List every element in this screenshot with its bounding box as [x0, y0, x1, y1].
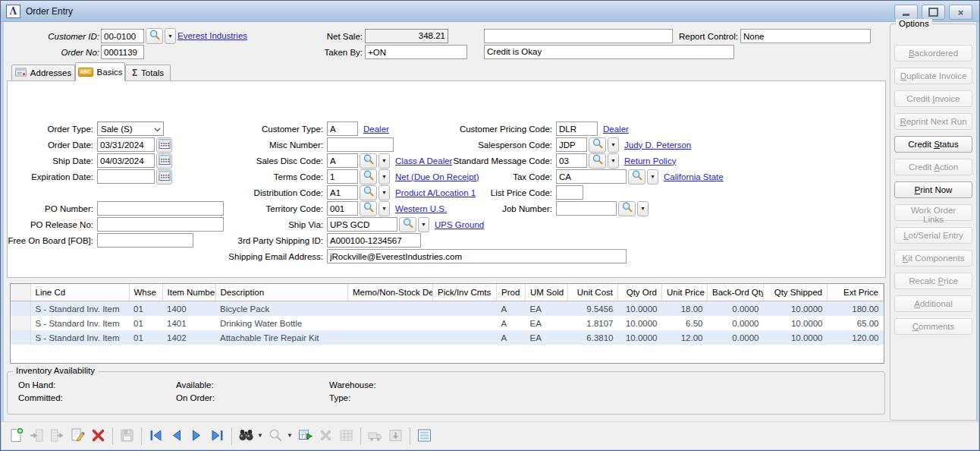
- grid-row[interactable]: S - Standard Inv. Item011402Attachable T…: [11, 330, 884, 345]
- territory-code-input[interactable]: [327, 201, 358, 216]
- job-number-lookup-button[interactable]: [618, 201, 636, 216]
- order-date-calendar-button[interactable]: [156, 137, 172, 153]
- sales-disc-code-lookup-button[interactable]: [360, 153, 377, 169]
- net-sale-label: Net Sale:: [302, 31, 363, 43]
- switch-view-button[interactable]: [296, 427, 315, 446]
- customer-pricing-code-link[interactable]: Dealer: [603, 125, 629, 134]
- lookup-icon: [363, 201, 375, 216]
- 3rd-party-shipping-id-input[interactable]: [327, 233, 421, 248]
- order-type-select[interactable]: Sale (S): [97, 121, 164, 136]
- grid-cell: 1402: [162, 330, 215, 345]
- standard-message-code-lookup-button[interactable]: [589, 153, 606, 169]
- po-number-input[interactable]: [97, 201, 224, 216]
- report-control-label: Report Control:: [662, 31, 738, 43]
- customer-type-input[interactable]: [327, 121, 358, 136]
- lookup-icon: [402, 217, 414, 232]
- title-bar[interactable]: Λ Order Entry ×: [1, 1, 979, 22]
- customer-type-link[interactable]: Dealer: [363, 125, 389, 134]
- customer-name-link[interactable]: Everest Industries: [177, 31, 247, 40]
- previous-record-icon: [168, 427, 185, 446]
- edit-record-button[interactable]: [68, 427, 87, 446]
- last-record-button[interactable]: [208, 427, 227, 446]
- first-record-button[interactable]: [146, 427, 165, 446]
- minimize-button[interactable]: [894, 5, 918, 20]
- salesperson-code-input[interactable]: [556, 137, 587, 152]
- tax-code-input[interactable]: [556, 169, 627, 184]
- edit-record-icon: [69, 427, 86, 446]
- shipping-email-address-input[interactable]: [327, 249, 627, 263]
- ship-date-calendar-button[interactable]: [156, 153, 172, 169]
- standard-message-code-link[interactable]: Return Policy: [624, 156, 676, 166]
- customer-id-input[interactable]: [101, 29, 144, 43]
- territory-code-lookup-button[interactable]: [360, 201, 377, 216]
- salesperson-code-link[interactable]: Judy D. Peterson: [624, 140, 691, 150]
- save-record-button: [118, 427, 137, 446]
- grid-cell: Attachable Tire Repair Kit: [215, 330, 348, 345]
- terms-code-dropdown-button[interactable]: ▼: [378, 169, 390, 184]
- notes-button[interactable]: [415, 427, 434, 446]
- ship-date-input[interactable]: [97, 153, 155, 168]
- distribution-code-input[interactable]: [327, 185, 358, 200]
- ship-via-lookup-button[interactable]: [399, 217, 416, 232]
- free-on-board-fob-input[interactable]: [97, 233, 193, 248]
- column-header-line-cd: Line Cd: [30, 284, 129, 301]
- find-button[interactable]: [237, 427, 256, 446]
- order-date-input[interactable]: [97, 137, 155, 152]
- grid-cell: [433, 316, 497, 330]
- standard-message-code-dropdown-button[interactable]: ▼: [608, 153, 619, 169]
- next-record-button[interactable]: [187, 427, 206, 446]
- sales-disc-code-input[interactable]: [327, 153, 358, 168]
- customer-id-dropdown-button[interactable]: ▼: [165, 28, 176, 44]
- territory-code-link[interactable]: Western U.S.: [395, 204, 447, 213]
- job-number-dropdown-button[interactable]: ▼: [637, 201, 649, 216]
- receive-icon: [387, 427, 404, 446]
- tax-code-lookup-button[interactable]: [628, 169, 645, 184]
- close-button[interactable]: ×: [949, 5, 972, 20]
- job-number-input[interactable]: [556, 201, 617, 216]
- salesperson-code-dropdown-button[interactable]: ▼: [608, 137, 619, 153]
- list-price-code-input[interactable]: [556, 185, 583, 200]
- chevron-down-icon: ▼: [382, 174, 387, 179]
- remove-row-button: [48, 427, 67, 446]
- find-dropdown-caret[interactable]: ▼: [257, 433, 263, 439]
- ship-via-input[interactable]: [327, 217, 397, 232]
- po-release-no-input[interactable]: [97, 217, 224, 232]
- tab-totals[interactable]: ΣTotals: [125, 65, 171, 80]
- expiration-date-label: Expiration Date:: [7, 172, 97, 181]
- ship-via-link[interactable]: UPS Ground: [435, 220, 484, 229]
- maximize-button[interactable]: [922, 5, 945, 20]
- distribution-code-dropdown-button[interactable]: ▼: [378, 185, 390, 200]
- report-control-input[interactable]: [740, 29, 871, 43]
- toolbar-separator: [360, 427, 361, 445]
- tab-basics[interactable]: ABCBasics: [75, 62, 125, 81]
- print-now-button[interactable]: Print Now: [894, 181, 972, 198]
- memo-input[interactable]: [484, 29, 673, 43]
- order-no-input[interactable]: [101, 45, 144, 59]
- terms-code-lookup-button[interactable]: [360, 169, 377, 184]
- delete-record-button[interactable]: [89, 427, 108, 446]
- salesperson-code-lookup-button[interactable]: [589, 137, 606, 153]
- expiration-date-input[interactable]: [97, 169, 155, 184]
- standard-message-code-input[interactable]: [556, 153, 587, 168]
- sales-disc-code-dropdown-button[interactable]: ▼: [378, 153, 390, 169]
- territory-code-dropdown-button[interactable]: ▼: [378, 201, 390, 216]
- expiration-date-calendar-button[interactable]: [156, 169, 172, 184]
- misc-number-input[interactable]: [327, 137, 394, 152]
- distribution-code-lookup-button[interactable]: [360, 185, 377, 200]
- tab-addresses[interactable]: Addresses: [11, 65, 75, 80]
- grid-row[interactable]: S - Standard Inv. Item011400Bicycle Pack…: [11, 301, 884, 317]
- ship-date-label: Ship Date:: [7, 156, 97, 166]
- tax-code-dropdown-button[interactable]: ▼: [647, 169, 658, 184]
- terms-code-input[interactable]: [327, 169, 358, 184]
- tax-code-link[interactable]: California State: [664, 172, 724, 181]
- customer-id-lookup-button[interactable]: [146, 28, 163, 44]
- grid-cell: 120.00: [828, 330, 884, 345]
- ship-via-dropdown-button[interactable]: ▼: [418, 217, 429, 232]
- taken-by-input[interactable]: [365, 45, 467, 59]
- new-record-button[interactable]: [7, 427, 26, 446]
- grid-row[interactable]: S - Standard Inv. Item011401Drinking Wat…: [11, 316, 884, 330]
- previous-record-button[interactable]: [167, 427, 186, 446]
- grid-cell: 01: [129, 301, 162, 317]
- customer-pricing-code-input[interactable]: [556, 121, 598, 136]
- credit-status-button[interactable]: Credit Status: [894, 136, 972, 153]
